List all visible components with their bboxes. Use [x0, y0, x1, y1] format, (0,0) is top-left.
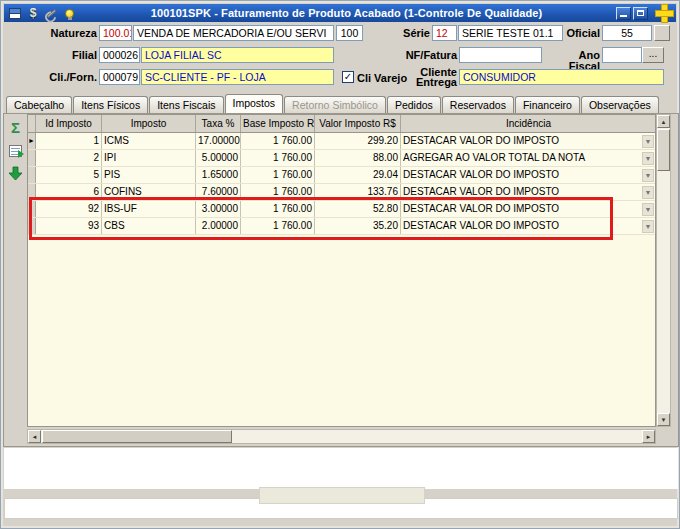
filial-desc-field[interactable]: LOJA FILIAL SC: [141, 47, 334, 63]
cell-taxa: 1.65000: [196, 167, 241, 183]
ano-fiscal-field[interactable]: [602, 47, 642, 63]
vertical-scroll-thumb[interactable]: [657, 129, 670, 171]
system-menu-icon[interactable]: [7, 6, 23, 20]
column-header-valor[interactable]: Valor Imposto R$: [315, 115, 401, 132]
column-header-incidencia[interactable]: Incidência: [401, 115, 656, 132]
cell-taxa: 2.00000: [196, 218, 241, 234]
cell-id: 2: [36, 150, 102, 166]
wrench-icon[interactable]: [43, 6, 59, 20]
sum-button[interactable]: Σ: [6, 118, 25, 137]
incidencia-text: DESTACAR VALOR DO IMPOSTO: [403, 167, 640, 183]
scroll-right-icon[interactable]: ►: [642, 430, 655, 443]
dropdown-icon[interactable]: ▼: [642, 220, 654, 233]
sigma-icon: Σ: [11, 120, 20, 135]
tab-strip: CabeçalhoItens FísicosItens FiscaisImpos…: [4, 94, 676, 113]
serie-desc-field[interactable]: SERIE TESTE 01.1: [458, 25, 563, 41]
row-indicator: [28, 167, 36, 183]
minimize-button[interactable]: [616, 7, 631, 20]
table-row[interactable]: ►1ICMS17.000001 760.00299.20DESTACAR VAL…: [28, 133, 655, 150]
cli-varejo-checkbox[interactable]: ✓: [342, 71, 354, 83]
cliente-entrega-field[interactable]: CONSUMIDOR: [459, 69, 664, 85]
vertical-scrollbar[interactable]: ▲ ▼: [656, 114, 671, 427]
cell-id: 5: [36, 167, 102, 183]
oficial-label: Oficial: [564, 28, 600, 39]
dropdown-icon[interactable]: ▼: [642, 203, 654, 216]
cell-taxa: 7.60000: [196, 184, 241, 200]
filial-label: Filial: [31, 50, 97, 61]
tab-retorno-simbolico: Retorno Simbólico: [284, 96, 386, 113]
cell-imposto: COFINS: [102, 184, 196, 200]
scrollbar-corner: [656, 429, 671, 444]
column-header-id[interactable]: Id Imposto: [36, 115, 102, 132]
tab-itens-fisicos[interactable]: Itens Físicos: [73, 96, 148, 113]
table-row[interactable]: 2IPI5.000001 760.0088.00AGREGAR AO VALOR…: [28, 150, 655, 167]
dropdown-icon[interactable]: ▼: [642, 169, 654, 182]
serie-code-field[interactable]: 12: [432, 25, 457, 41]
cell-base: 1 760.00: [241, 201, 315, 217]
tab-cabecalho[interactable]: Cabeçalho: [6, 96, 72, 113]
incidencia-text: DESTACAR VALOR DO IMPOSTO: [403, 201, 640, 217]
green-down-arrow-icon: [8, 166, 23, 181]
import-button[interactable]: [6, 164, 25, 183]
cell-id: 6: [36, 184, 102, 200]
tab-reservados[interactable]: Reservados: [442, 96, 514, 113]
cell-imposto: IBS-UF: [102, 201, 196, 217]
cell-valor: 133.76: [315, 184, 401, 200]
cli-varejo-label: Cli Varejo: [357, 73, 411, 84]
cell-valor: 52.80: [315, 201, 401, 217]
table-body: ►1ICMS17.000001 760.00299.20DESTACAR VAL…: [28, 133, 655, 235]
nf-fatura-field[interactable]: [459, 47, 542, 63]
tab-financeiro[interactable]: Financeiro: [515, 96, 580, 113]
maximize-button[interactable]: [633, 7, 648, 20]
cell-base: 1 760.00: [241, 150, 315, 166]
table-row[interactable]: 92IBS-UF3.000001 760.0052.80DESTACAR VAL…: [28, 201, 655, 218]
natureza-label: Natureza: [31, 28, 97, 39]
natureza-code-field[interactable]: 100.01: [99, 25, 132, 41]
oficial-lookup-button[interactable]: [654, 25, 670, 41]
table-row[interactable]: 5PIS1.650001 760.0029.04DESTACAR VALOR D…: [28, 167, 655, 184]
cell-taxa: 17.00000: [196, 133, 241, 149]
column-header-base[interactable]: Base Imposto R$: [241, 115, 315, 132]
natureza-num-field[interactable]: 100: [336, 25, 363, 41]
dropdown-icon[interactable]: ▼: [642, 135, 654, 148]
horizontal-scroll-thumb[interactable]: [42, 430, 232, 443]
lightbulb-icon[interactable]: [61, 6, 77, 20]
scroll-down-icon[interactable]: ▼: [657, 413, 670, 426]
dropdown-icon[interactable]: ▼: [642, 152, 654, 165]
report-button[interactable]: [6, 141, 25, 160]
filial-code-field[interactable]: 000026: [99, 47, 140, 63]
cell-imposto: ICMS: [102, 133, 196, 149]
cell-base: 1 760.00: [241, 218, 315, 234]
money-icon[interactable]: $: [25, 6, 41, 20]
column-header-taxa[interactable]: Taxa %: [196, 115, 241, 132]
tab-itens-fiscais[interactable]: Itens Fiscais: [149, 96, 223, 113]
scroll-up-icon[interactable]: ▲: [657, 115, 670, 128]
dropdown-icon[interactable]: ▼: [642, 186, 654, 199]
incidencia-text: DESTACAR VALOR DO IMPOSTO: [403, 218, 640, 234]
scroll-left-icon[interactable]: ◄: [28, 430, 41, 443]
tab-observacoes[interactable]: Observações: [581, 96, 659, 113]
table-row[interactable]: 6COFINS7.600001 760.00133.76DESTACAR VAL…: [28, 184, 655, 201]
natureza-desc-field[interactable]: VENDA DE MERCADORIA E/OU SERVI: [133, 25, 334, 41]
horizontal-scrollbar[interactable]: ◄ ►: [27, 429, 656, 444]
incidencia-text: DESTACAR VALOR DO IMPOSTO: [403, 133, 640, 149]
maximize-icon: [637, 10, 644, 16]
table-row[interactable]: 93CBS2.000001 760.0035.20DESTACAR VALOR …: [28, 218, 655, 235]
title-bar: $ 100101SPK - Faturamento de Produto Aca…: [4, 4, 676, 22]
cliente-entrega-label: Cliente Entrega: [409, 67, 457, 87]
cell-imposto: IPI: [102, 150, 196, 166]
cli-forn-code-field[interactable]: 000079: [99, 69, 140, 85]
serie-label: Série: [390, 28, 430, 39]
oficial-field[interactable]: 55: [602, 25, 652, 41]
cli-forn-label: Cli./Forn.: [31, 72, 97, 83]
cli-forn-desc-field[interactable]: SC-CLIENTE - PF - LOJA: [141, 69, 334, 85]
ano-fiscal-lookup-button[interactable]: ...: [642, 47, 664, 63]
cell-incidencia: AGREGAR AO VALOR TOTAL DA NOTA▼: [401, 150, 656, 166]
nf-fatura-label: NF/Fatura: [397, 50, 457, 61]
tab-pedidos[interactable]: Pedidos: [387, 96, 441, 113]
column-header-imposto[interactable]: Imposto: [102, 115, 196, 132]
row-indicator: [28, 218, 36, 234]
cell-id: 1: [36, 133, 102, 149]
close-button[interactable]: [656, 5, 673, 22]
tab-impostos[interactable]: Impostos: [225, 94, 284, 113]
